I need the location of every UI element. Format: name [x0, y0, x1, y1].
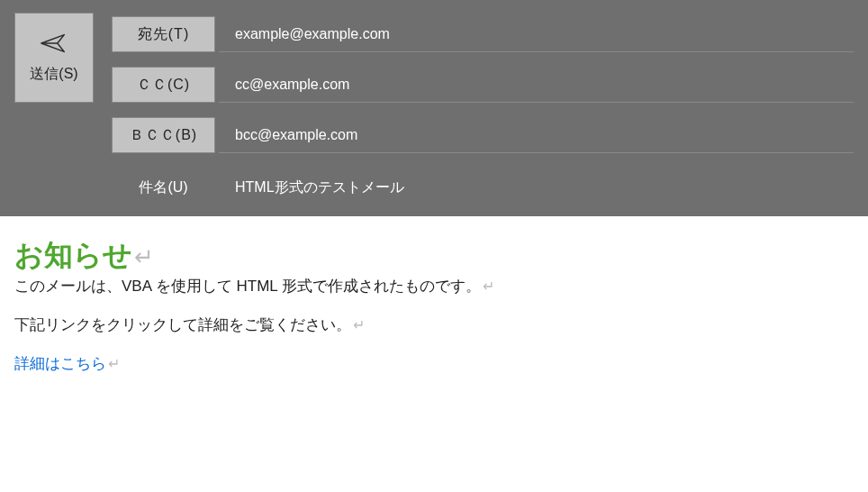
to-input[interactable]: example@example.com: [219, 16, 854, 52]
para1-text: このメールは、VBA を使用して HTML 形式で作成されたものです。: [14, 278, 481, 295]
para2-text: 下記リンクをクリックして詳細をご覧ください。: [14, 316, 351, 333]
send-button[interactable]: 送信(S): [14, 13, 94, 103]
subject-row: 件名(U) HTML形式のテストメール: [112, 166, 854, 209]
cc-input[interactable]: cc@example.com: [219, 67, 854, 103]
paragraph-mark-icon: ↵: [483, 278, 494, 294]
heading-line: お知らせ↵: [14, 236, 854, 276]
body-paragraph-1: このメールは、VBA を使用して HTML 形式で作成されたものです。↵: [14, 276, 854, 296]
body-paragraph-2: 下記リンクをクリックして詳細をご覧ください。↵: [14, 314, 854, 335]
body-heading: お知らせ: [14, 239, 132, 271]
subject-input[interactable]: HTML形式のテストメール: [219, 169, 854, 205]
cc-row: ＣＣ(C) cc@example.com: [112, 63, 854, 106]
send-icon: [41, 32, 68, 58]
to-row: 宛先(T) example@example.com: [112, 13, 854, 56]
paragraph-mark-icon: ↵: [353, 317, 365, 333]
link-paragraph: 詳細はこちら↵: [14, 353, 854, 374]
fields-column: 宛先(T) example@example.com ＣＣ(C) cc@examp…: [112, 13, 854, 209]
subject-label: 件名(U): [112, 178, 215, 197]
paragraph-mark-icon: ↵: [134, 243, 154, 270]
bcc-row: ＢＣＣ(B) bcc@example.com: [112, 114, 854, 157]
cc-button[interactable]: ＣＣ(C): [112, 67, 215, 103]
compose-header: 送信(S) 宛先(T) example@example.com ＣＣ(C) cc…: [0, 0, 868, 216]
cc-label: ＣＣ(C): [137, 76, 190, 95]
details-link[interactable]: 詳細はこちら: [14, 355, 106, 372]
message-body[interactable]: お知らせ↵ このメールは、VBA を使用して HTML 形式で作成されたものです…: [0, 216, 868, 374]
bcc-label: ＢＣＣ(B): [130, 126, 197, 145]
to-button[interactable]: 宛先(T): [112, 16, 215, 52]
send-label: 送信(S): [30, 65, 77, 84]
to-label: 宛先(T): [138, 25, 189, 44]
bcc-input[interactable]: bcc@example.com: [219, 117, 854, 153]
bcc-button[interactable]: ＢＣＣ(B): [112, 117, 215, 153]
paragraph-mark-icon: ↵: [108, 356, 120, 371]
